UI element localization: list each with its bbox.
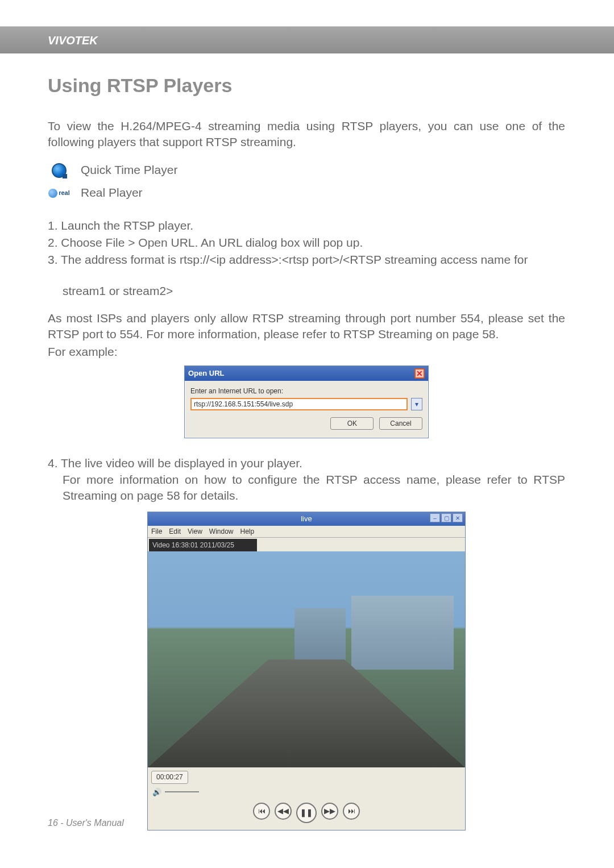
cancel-button[interactable]: Cancel (379, 417, 422, 430)
step-4: 4. The live video will be displayed in y… (48, 455, 565, 471)
dialog-titlebar: Open URL ✕ (185, 366, 428, 381)
volume-row: 🔊 (148, 787, 465, 800)
playback-time: 00:00:27 (151, 771, 188, 783)
step-3-continued: stream1 or stream2> (48, 283, 565, 299)
video-scene-building (351, 596, 454, 670)
dialog-button-row: OK Cancel (190, 414, 422, 434)
step-1: 1. Launch the RTSP player. (48, 218, 565, 234)
step-4-continued: For more information on how to configure… (48, 472, 565, 504)
menu-file[interactable]: File (151, 527, 162, 536)
pause-button[interactable]: ❚❚ (296, 803, 317, 823)
step-2: 2. Choose File > Open URL. An URL dialog… (48, 235, 565, 251)
player-row-realplayer: real Real Player (48, 185, 565, 202)
video-player-window: live – ▢ ✕ File Edit View Window Help Vi… (147, 512, 466, 830)
forward-button[interactable]: ▶▶ (321, 803, 338, 820)
close-window-icon[interactable]: ✕ (453, 513, 463, 522)
close-icon[interactable]: ✕ (414, 368, 425, 379)
dialog-title: Open URL (188, 368, 225, 379)
prev-button[interactable]: ⏮ (253, 803, 270, 820)
steps-list: 1. Launch the RTSP player. 2. Choose Fil… (48, 218, 565, 268)
open-url-dialog-wrap: Open URL ✕ Enter an Internet URL to open… (184, 366, 429, 438)
video-overlay-timestamp: Video 16:38:01 2011/03/25 (149, 539, 257, 551)
player-row-quicktime: Quick Time Player (48, 162, 565, 179)
volume-slider[interactable] (165, 791, 199, 792)
video-scene-building (294, 608, 346, 665)
dropdown-button[interactable]: ▾ (411, 398, 422, 410)
url-row: ▾ (190, 398, 422, 410)
for-example-label: For example: (48, 344, 565, 360)
menu-help[interactable]: Help (240, 527, 255, 536)
playback-controls: ⏮ ◀◀ ❚❚ ▶▶ ⏭ (148, 799, 465, 830)
section-title: Using RTSP Players (48, 73, 565, 99)
brand-text: VIVOTEK (48, 34, 98, 47)
ok-button[interactable]: OK (330, 417, 374, 430)
player-titlebar: live – ▢ ✕ (148, 512, 465, 526)
page-footer: 16 - User's Manual (48, 818, 124, 828)
window-controls: – ▢ ✕ (430, 513, 463, 522)
menu-window[interactable]: Window (209, 527, 234, 536)
quicktime-icon (48, 162, 70, 179)
next-button[interactable]: ⏭ (343, 803, 360, 820)
dialog-label: Enter an Internet URL to open: (190, 387, 422, 396)
menu-view[interactable]: View (188, 527, 202, 536)
maximize-icon[interactable]: ▢ (441, 513, 451, 522)
video-scene-road (148, 659, 465, 767)
minimize-icon[interactable]: – (430, 513, 440, 522)
url-input[interactable] (190, 398, 408, 410)
player-list: Quick Time Player real Real Player (48, 162, 565, 202)
player-title: live (301, 514, 312, 524)
speaker-icon[interactable]: 🔊 (152, 787, 161, 798)
player-label: Real Player (81, 185, 143, 201)
page-content: Using RTSP Players To view the H.264/MPE… (48, 73, 565, 830)
dialog-body: Enter an Internet URL to open: ▾ OK Canc… (185, 381, 428, 438)
rewind-button[interactable]: ◀◀ (275, 803, 292, 820)
step-3: 3. The address format is rtsp://<ip addr… (48, 252, 565, 268)
mid-paragraph: As most ISPs and players only allow RTSP… (48, 310, 565, 343)
player-menubar: File Edit View Window Help (148, 526, 465, 538)
intro-paragraph: To view the H.264/MPEG-4 streaming media… (48, 118, 565, 151)
realplayer-icon: real (48, 185, 70, 202)
video-canvas (148, 551, 465, 767)
menu-edit[interactable]: Edit (169, 527, 181, 536)
player-label: Quick Time Player (81, 162, 177, 178)
open-url-dialog: Open URL ✕ Enter an Internet URL to open… (184, 366, 429, 438)
